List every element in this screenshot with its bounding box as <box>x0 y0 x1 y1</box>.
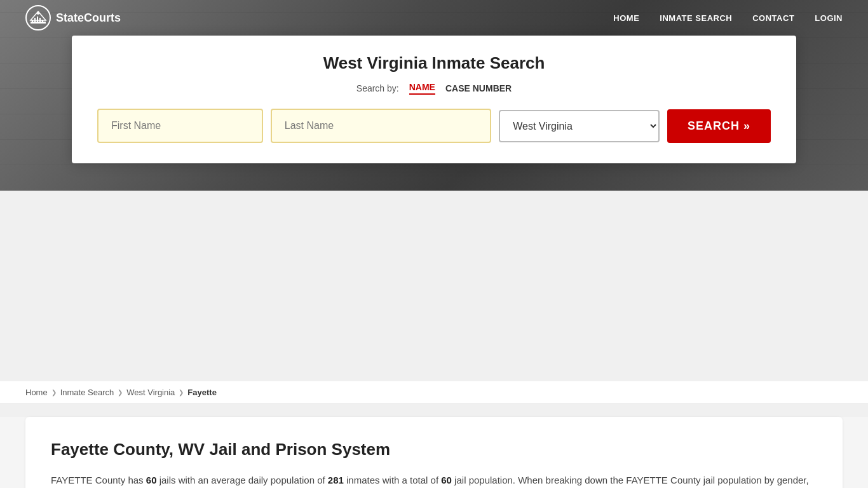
nav-home[interactable]: HOME <box>613 13 639 23</box>
content-title: Fayette County, WV Jail and Prison Syste… <box>51 440 817 459</box>
logo-icon <box>25 5 51 30</box>
nav-login[interactable]: LOGIN <box>815 13 843 23</box>
content-card: Fayette County, WV Jail and Prison Syste… <box>25 417 843 488</box>
breadcrumb-current: Fayette <box>187 388 217 397</box>
nav-inmate-search[interactable]: INMATE SEARCH <box>660 13 732 23</box>
svg-point-8 <box>37 12 39 15</box>
logo-link[interactable]: StateCourts <box>25 5 121 30</box>
breadcrumb-sep-1: ❯ <box>51 389 57 396</box>
tab-name[interactable]: NAME <box>409 82 435 95</box>
search-by-row: Search by: NAME CASE NUMBER <box>97 82 771 95</box>
first-name-input[interactable] <box>97 109 263 143</box>
search-card-title: West Virginia Inmate Search <box>97 53 771 73</box>
tab-case-number[interactable]: CASE NUMBER <box>445 83 512 93</box>
search-inputs-row: West Virginia Alabama Alaska Arizona Ark… <box>97 109 771 143</box>
nav-contact[interactable]: CONTACT <box>752 13 794 23</box>
top-navigation: StateCourts HOME INMATE SEARCH CONTACT L… <box>0 0 868 36</box>
svg-rect-4 <box>37 17 38 23</box>
main-content: Fayette County, WV Jail and Prison Syste… <box>0 417 868 488</box>
content-description: FAYETTE County has 60 jails with an aver… <box>51 472 817 488</box>
breadcrumb-inmate-search[interactable]: Inmate Search <box>60 388 114 397</box>
nav-links: HOME INMATE SEARCH CONTACT LOGIN <box>613 13 843 23</box>
search-card: West Virginia Inmate Search Search by: N… <box>72 36 796 163</box>
breadcrumb-sep-3: ❯ <box>179 389 184 396</box>
search-by-label: Search by: <box>356 83 399 93</box>
search-button[interactable]: SEARCH » <box>667 109 771 143</box>
header: COURTHOUSE StateCourts HOME INMATE SEARC… <box>0 0 868 191</box>
breadcrumb: Home ❯ Inmate Search ❯ West Virginia ❯ F… <box>0 381 868 404</box>
logo-text: StateCourts <box>56 11 121 25</box>
breadcrumb-state[interactable]: West Virginia <box>126 388 175 397</box>
breadcrumb-home[interactable]: Home <box>25 388 48 397</box>
breadcrumb-sep-2: ❯ <box>118 389 123 396</box>
state-select[interactable]: West Virginia Alabama Alaska Arizona Ark… <box>499 110 660 142</box>
last-name-input[interactable] <box>271 109 491 143</box>
